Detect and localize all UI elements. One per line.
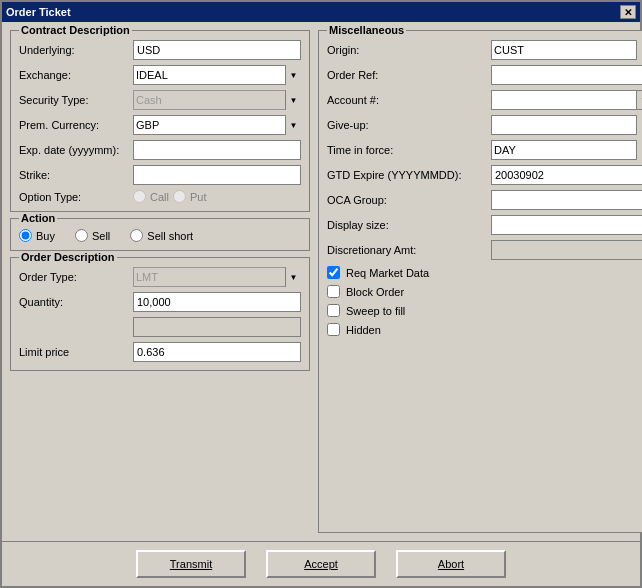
exp-date-row: Exp. date (yyyymm):: [19, 140, 301, 160]
miscellaneous-title: Miscellaneous: [327, 24, 406, 36]
sell-short-label: Sell short: [147, 230, 193, 242]
exp-date-input[interactable]: [133, 140, 301, 160]
exchange-select-wrapper: IDEAL ▼: [133, 65, 301, 85]
exchange-label: Exchange:: [19, 69, 129, 81]
abort-button[interactable]: Abort: [396, 550, 506, 578]
discretionary-amt-label: Discretionary Amt:: [327, 244, 487, 256]
close-button[interactable]: ✕: [620, 5, 636, 19]
window-title: Order Ticket: [6, 6, 71, 18]
transmit-button[interactable]: Transmit: [136, 550, 246, 578]
order-type-row: Order Type: LMT ▼: [19, 267, 301, 287]
underlying-input[interactable]: [133, 40, 301, 60]
order-type-label: Order Type:: [19, 271, 129, 283]
account-input[interactable]: [491, 90, 636, 110]
origin-select[interactable]: CUST: [491, 40, 642, 60]
security-type-select-wrapper: Cash ▼: [133, 90, 301, 110]
hidden-row[interactable]: Hidden: [327, 323, 642, 336]
accept-button[interactable]: Accept: [266, 550, 376, 578]
buy-radio-label[interactable]: Buy: [19, 229, 55, 242]
contract-description-group: Contract Description Underlying: Exchang…: [10, 30, 310, 212]
order-type-select-wrapper: LMT ▼: [133, 267, 301, 287]
account-row: Account #: ▼: [327, 90, 642, 110]
account-dropdown-btn[interactable]: ▼: [636, 90, 642, 110]
order-ref-input[interactable]: [491, 65, 642, 85]
sell-label: Sell: [92, 230, 110, 242]
time-in-force-row: Time in force: DAY ▼: [327, 140, 642, 160]
display-size-row: Display size:: [327, 215, 642, 235]
req-market-data-checkbox[interactable]: [327, 266, 340, 279]
sweep-to-fill-row[interactable]: Sweep to fill: [327, 304, 642, 317]
limit-price-row: Limit price: [19, 342, 301, 362]
put-radio: [173, 190, 186, 203]
contract-description-title: Contract Description: [19, 24, 132, 36]
strike-row: Strike:: [19, 165, 301, 185]
option-type-radios: Call Put: [133, 190, 206, 203]
main-content: Contract Description Underlying: Exchang…: [2, 22, 640, 541]
display-size-label: Display size:: [327, 219, 487, 231]
strike-label: Strike:: [19, 169, 129, 181]
give-up-label: Give-up:: [327, 119, 487, 131]
limit-price-label: Limit price: [19, 346, 129, 358]
option-type-label: Option Type:: [19, 191, 129, 203]
oca-group-row: OCA Group:: [327, 190, 642, 210]
gtd-expire-input[interactable]: [491, 165, 642, 185]
strike-input[interactable]: [133, 165, 301, 185]
exchange-select[interactable]: IDEAL: [133, 65, 301, 85]
put-radio-label: Put: [173, 190, 207, 203]
give-up-row: Give-up: ▼: [327, 115, 642, 135]
order-ticket-window: Order Ticket ✕ Contract Description Unde…: [0, 0, 642, 588]
miscellaneous-group: Miscellaneous Origin: CUST ▼ Order Ref:: [318, 30, 642, 533]
gtd-expire-row: GTD Expire (YYYYMMDD):: [327, 165, 642, 185]
call-radio-label: Call: [133, 190, 169, 203]
security-type-select: Cash: [133, 90, 301, 110]
sell-radio-label[interactable]: Sell: [75, 229, 110, 242]
limit-price-input[interactable]: [133, 342, 301, 362]
req-market-data-row[interactable]: Req Market Data: [327, 266, 642, 279]
buy-radio[interactable]: [19, 229, 32, 242]
block-order-row[interactable]: Block Order: [327, 285, 642, 298]
order-description-group: Order Description Order Type: LMT ▼ Quan…: [10, 257, 310, 371]
sweep-to-fill-checkbox[interactable]: [327, 304, 340, 317]
action-title: Action: [19, 212, 57, 224]
sell-radio[interactable]: [75, 229, 88, 242]
put-label: Put: [190, 191, 207, 203]
order-ref-row: Order Ref:: [327, 65, 642, 85]
origin-row: Origin: CUST ▼: [327, 40, 642, 60]
sell-short-radio[interactable]: [130, 229, 143, 242]
discretionary-amt-row: Discretionary Amt:: [327, 240, 642, 260]
quantity-input[interactable]: [133, 292, 301, 312]
prem-currency-row: Prem. Currency: GBP ▼: [19, 115, 301, 135]
prem-currency-select-wrapper: GBP ▼: [133, 115, 301, 135]
discretionary-amt-input: [491, 240, 642, 260]
quantity-label: Quantity:: [19, 296, 129, 308]
blank-row: [19, 317, 301, 337]
block-order-label: Block Order: [346, 286, 404, 298]
time-in-force-select[interactable]: DAY: [491, 140, 642, 160]
underlying-row: Underlying:: [19, 40, 301, 60]
prem-currency-label: Prem. Currency:: [19, 119, 129, 131]
oca-group-input[interactable]: [491, 190, 642, 210]
quantity-row: Quantity:: [19, 292, 301, 312]
underlying-label: Underlying:: [19, 44, 129, 56]
option-type-row: Option Type: Call Put: [19, 190, 301, 203]
order-description-title: Order Description: [19, 251, 117, 263]
block-order-checkbox[interactable]: [327, 285, 340, 298]
hidden-checkbox[interactable]: [327, 323, 340, 336]
call-label: Call: [150, 191, 169, 203]
gtd-expire-label: GTD Expire (YYYYMMDD):: [327, 169, 487, 181]
footer: Transmit Accept Abort: [2, 541, 640, 586]
security-type-row: Security Type: Cash ▼: [19, 90, 301, 110]
sweep-to-fill-label: Sweep to fill: [346, 305, 405, 317]
prem-currency-select[interactable]: GBP: [133, 115, 301, 135]
give-up-select[interactable]: [491, 115, 642, 135]
give-up-select-wrapper: ▼: [491, 115, 642, 135]
sell-short-radio-label[interactable]: Sell short: [130, 229, 193, 242]
origin-select-wrapper: CUST ▼: [491, 40, 642, 60]
order-ref-label: Order Ref:: [327, 69, 487, 81]
display-size-input[interactable]: [491, 215, 642, 235]
hidden-label: Hidden: [346, 324, 381, 336]
title-bar: Order Ticket ✕: [2, 2, 640, 22]
account-label: Account #:: [327, 94, 487, 106]
time-in-force-label: Time in force:: [327, 144, 487, 156]
exp-date-label: Exp. date (yyyymm):: [19, 144, 129, 156]
